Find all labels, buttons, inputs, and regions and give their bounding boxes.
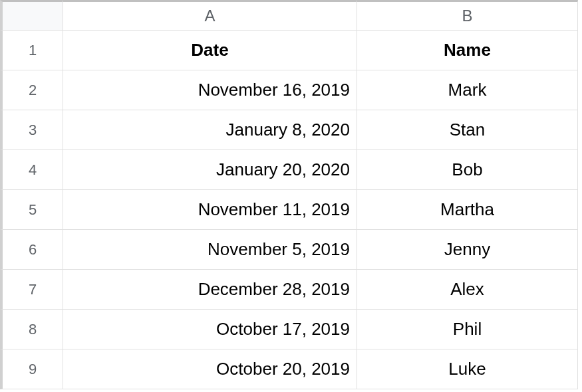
row-header-1[interactable]: 1 bbox=[0, 31, 63, 70]
select-all-corner[interactable] bbox=[0, 0, 63, 31]
cell-a7[interactable]: December 28, 2019 bbox=[63, 270, 357, 310]
cell-a2[interactable]: November 16, 2019 bbox=[63, 70, 357, 110]
cell-b7[interactable]: Alex bbox=[357, 270, 578, 310]
cell-a1[interactable]: Date bbox=[63, 31, 357, 70]
cell-b5[interactable]: Martha bbox=[357, 190, 578, 230]
row-header-7[interactable]: 7 bbox=[0, 270, 63, 310]
cell-a3[interactable]: January 8, 2020 bbox=[63, 110, 357, 150]
row-header-2[interactable]: 2 bbox=[0, 70, 63, 110]
cell-a4[interactable]: January 20, 2020 bbox=[63, 150, 357, 190]
row-header-8[interactable]: 8 bbox=[0, 310, 63, 349]
column-header-b[interactable]: B bbox=[357, 0, 578, 31]
cell-b9[interactable]: Luke bbox=[357, 349, 578, 389]
row-header-5[interactable]: 5 bbox=[0, 190, 63, 230]
cell-b3[interactable]: Stan bbox=[357, 110, 578, 150]
cell-b8[interactable]: Phil bbox=[357, 310, 578, 349]
row-header-6[interactable]: 6 bbox=[0, 230, 63, 270]
cell-b6[interactable]: Jenny bbox=[357, 230, 578, 270]
spreadsheet-grid: A B 1 Date Name 2 November 16, 2019 Mark… bbox=[0, 0, 582, 389]
cell-a6[interactable]: November 5, 2019 bbox=[63, 230, 357, 270]
cell-a8[interactable]: October 17, 2019 bbox=[63, 310, 357, 349]
cell-b1[interactable]: Name bbox=[357, 31, 578, 70]
cell-b2[interactable]: Mark bbox=[357, 70, 578, 110]
cell-a5[interactable]: November 11, 2019 bbox=[63, 190, 357, 230]
cell-a9[interactable]: October 20, 2019 bbox=[63, 349, 357, 389]
row-header-3[interactable]: 3 bbox=[0, 110, 63, 150]
row-header-4[interactable]: 4 bbox=[0, 150, 63, 190]
cell-b4[interactable]: Bob bbox=[357, 150, 578, 190]
column-header-a[interactable]: A bbox=[63, 0, 357, 31]
row-header-9[interactable]: 9 bbox=[0, 349, 63, 389]
